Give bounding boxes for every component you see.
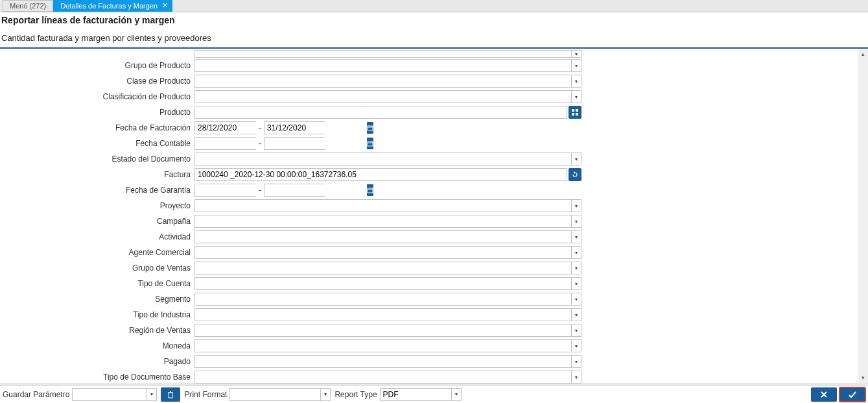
guardar-parametro-input[interactable] xyxy=(72,388,147,401)
segmento-input[interactable] xyxy=(194,293,571,306)
estado-documento-label: Estado del Documento xyxy=(0,154,194,164)
grupo-producto-input[interactable] xyxy=(194,59,571,72)
campana-label: Campaña xyxy=(0,217,194,226)
tipo-cuenta-input[interactable] xyxy=(194,277,571,290)
region-ventas-input[interactable] xyxy=(194,324,571,337)
calendar-icon[interactable] xyxy=(367,138,373,149)
factura-input[interactable] xyxy=(194,168,567,181)
chevron-down-icon[interactable]: ▾ xyxy=(571,230,581,243)
fecha-contable-label: Fecha Contable xyxy=(0,139,194,148)
chevron-down-icon[interactable]: ▾ xyxy=(571,355,581,368)
redo-icon[interactable] xyxy=(569,168,581,181)
svg-rect-2 xyxy=(572,113,574,116)
close-icon[interactable]: ✕ xyxy=(162,1,168,10)
report-form: ▾ Grupo de Producto ▾ Clase de Producto … xyxy=(0,49,583,385)
fecha-garantia-to-input[interactable] xyxy=(264,184,367,196)
svg-rect-10 xyxy=(368,141,373,146)
tipo-industria-label: Tipo de Industria xyxy=(0,310,194,319)
agente-comercial-label: Agente Comercial xyxy=(0,248,194,257)
tipo-cuenta-label: Tipo de Cuenta xyxy=(0,279,194,288)
fecha-contable-to-input[interactable] xyxy=(264,138,367,149)
scroll-up-icon[interactable]: ▴ xyxy=(858,49,868,59)
chevron-down-icon[interactable]: ▾ xyxy=(451,388,462,401)
tab-menu-label: Menú (272) xyxy=(10,2,46,10)
delete-button[interactable] xyxy=(161,387,180,402)
report-type-label: Report Type xyxy=(334,390,379,399)
agente-comercial-input[interactable] xyxy=(194,246,571,259)
chevron-down-icon[interactable]: ▾ xyxy=(571,246,581,259)
moneda-input[interactable] xyxy=(194,339,571,352)
segmento-label: Segmento xyxy=(0,295,194,304)
range-separator: - xyxy=(259,123,261,132)
chevron-down-icon[interactable]: ▾ xyxy=(571,90,581,103)
chevron-down-icon[interactable]: ▾ xyxy=(571,277,581,290)
range-separator: - xyxy=(259,186,261,195)
calendar-icon[interactable] xyxy=(367,122,373,134)
tab-detalles-label: Detalles de Facturas y Margen xyxy=(60,2,158,10)
proyecto-input[interactable] xyxy=(194,199,571,212)
svg-rect-6 xyxy=(368,126,373,130)
chevron-down-icon[interactable]: ▾ xyxy=(571,59,581,72)
svg-rect-15 xyxy=(368,188,373,193)
chevron-down-icon[interactable]: ▾ xyxy=(571,199,581,212)
vertical-scrollbar[interactable]: ▴ ▾ xyxy=(858,49,868,383)
tipo-documento-base-input[interactable] xyxy=(194,371,571,384)
close-icon xyxy=(819,390,828,399)
chevron-down-icon[interactable]: ▾ xyxy=(571,371,581,384)
pagado-label: Pagado xyxy=(0,357,194,366)
pagado-input[interactable] xyxy=(194,355,571,368)
report-type-input[interactable] xyxy=(380,388,451,401)
grupo-producto-label: Grupo de Producto xyxy=(0,61,194,70)
clase-producto-label: Clase de Producto xyxy=(0,77,194,86)
clase-producto-input[interactable] xyxy=(194,75,571,88)
tipo-documento-base-label: Tipo de Documento Base xyxy=(0,372,194,382)
chevron-down-icon[interactable]: ▾ xyxy=(320,388,331,401)
chevron-down-icon[interactable]: ▾ xyxy=(571,215,581,228)
campana-input[interactable] xyxy=(194,215,571,228)
clasificacion-producto-label: Clasificación de Producto xyxy=(0,92,194,101)
proyecto-label: Proyecto xyxy=(0,201,194,210)
check-icon xyxy=(847,390,858,399)
fecha-facturacion-to-input[interactable] xyxy=(264,122,367,134)
producto-input[interactable] xyxy=(194,106,567,119)
svg-rect-17 xyxy=(169,393,172,398)
print-format-input[interactable] xyxy=(229,388,320,401)
svg-marker-12 xyxy=(574,171,575,174)
range-separator: - xyxy=(259,139,261,148)
chevron-down-icon[interactable]: ▾ xyxy=(571,153,581,165)
svg-rect-1 xyxy=(576,109,578,112)
chevron-down-icon[interactable]: ▾ xyxy=(571,324,581,337)
tab-menu[interactable]: Menú (272) xyxy=(3,0,53,12)
calendar-icon[interactable] xyxy=(367,184,373,196)
form-scroll-area: ▾ Grupo de Producto ▾ Clase de Producto … xyxy=(0,49,868,383)
svg-rect-0 xyxy=(572,109,574,112)
field-cutoff-input[interactable] xyxy=(194,50,571,58)
confirm-button[interactable] xyxy=(839,387,865,402)
scroll-down-icon[interactable]: ▾ xyxy=(858,372,868,383)
grupo-ventas-label: Grupo de Ventas xyxy=(0,263,194,273)
trash-icon xyxy=(167,391,174,398)
fecha-garantia-label: Fecha de Garantía xyxy=(0,186,194,195)
cancel-button[interactable] xyxy=(811,387,837,402)
moneda-label: Moneda xyxy=(0,341,194,350)
chevron-down-icon[interactable]: ▾ xyxy=(571,50,581,58)
region-ventas-label: Región de Ventas xyxy=(0,326,194,335)
chevron-down-icon[interactable]: ▾ xyxy=(571,339,581,352)
estado-documento-input[interactable] xyxy=(194,153,571,165)
page-subtitle: Cantidad facturada y margen por clientes… xyxy=(1,33,867,43)
tab-detalles-facturas[interactable]: Detalles de Facturas y Margen ✕ xyxy=(53,0,172,12)
fecha-facturacion-label: Fecha de Facturación xyxy=(0,123,194,132)
chevron-down-icon[interactable]: ▾ xyxy=(571,293,581,306)
tipo-industria-input[interactable] xyxy=(194,308,571,321)
chevron-down-icon[interactable]: ▾ xyxy=(571,262,581,275)
print-format-label: Print Format xyxy=(184,390,229,399)
bottom-toolbar: Guardar Parámetro ▾ Print Format ▾ Repor… xyxy=(0,385,868,403)
chevron-down-icon[interactable]: ▾ xyxy=(571,75,581,88)
chevron-down-icon[interactable]: ▾ xyxy=(147,388,157,401)
svg-rect-3 xyxy=(576,113,578,116)
grid-icon[interactable] xyxy=(569,106,581,119)
grupo-ventas-input[interactable] xyxy=(194,262,571,275)
actividad-input[interactable] xyxy=(194,230,571,243)
chevron-down-icon[interactable]: ▾ xyxy=(571,308,581,321)
clasificacion-producto-input[interactable] xyxy=(194,90,571,103)
